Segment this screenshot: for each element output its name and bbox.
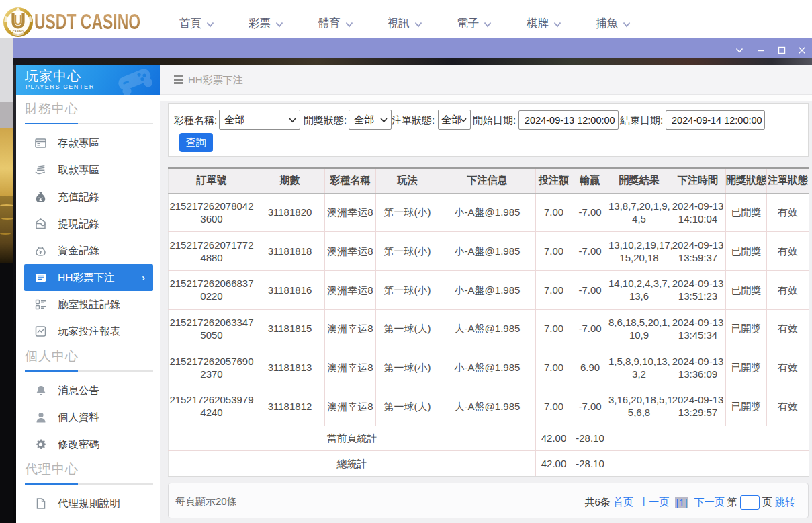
- svg-text:CASINO: CASINO: [13, 30, 24, 33]
